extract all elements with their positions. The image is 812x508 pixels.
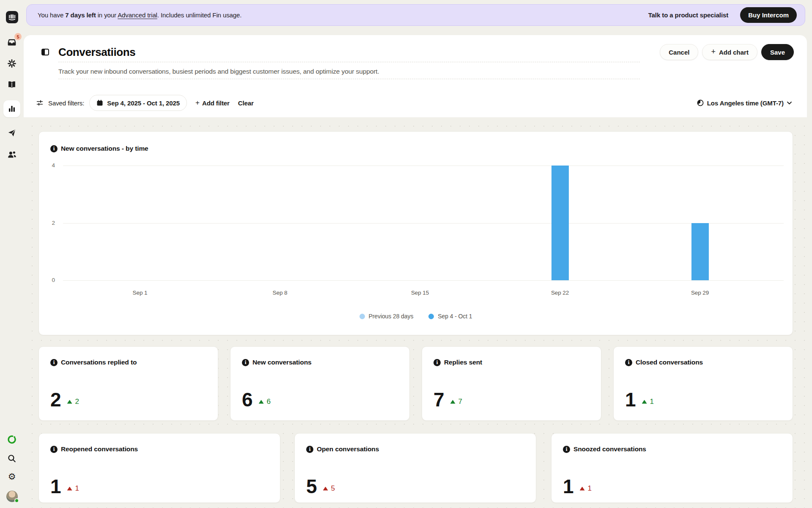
x-axis-tick-label: Sep 8: [261, 290, 299, 296]
metric-title: Replies sent: [444, 359, 482, 366]
legend-item: Sep 4 - Oct 1: [428, 313, 472, 320]
bar-Sep 22: [551, 166, 569, 280]
report-description[interactable]: Track your new inbound conversations, bu…: [58, 68, 379, 75]
trend-up-icon: [450, 400, 455, 404]
add-chart-button[interactable]: +Add chart: [702, 44, 757, 60]
legend-item: Previous 28 days: [359, 313, 414, 320]
info-icon[interactable]: i: [563, 446, 570, 453]
metric-delta: 1: [580, 484, 592, 493]
trend-up-icon: [67, 400, 72, 404]
chart-legend: Previous 28 daysSep 4 - Oct 1: [39, 313, 793, 320]
x-axis-tick-label: Sep 22: [541, 290, 579, 296]
legend-swatch: [428, 314, 434, 319]
info-icon[interactable]: i: [625, 359, 632, 366]
metric-delta: 6: [259, 398, 271, 406]
delta-value: 1: [650, 398, 654, 406]
report-canvas: i New conversations - by time 024Sep 1Se…: [24, 117, 807, 508]
metric-title: Reopened conversations: [61, 445, 138, 453]
sidebar-item-outbound[interactable]: [4, 127, 20, 138]
metric-title: Closed conversations: [636, 359, 703, 366]
metric-value: 1: [50, 477, 61, 496]
sidebar-item-fin-ai[interactable]: [4, 58, 20, 69]
date-range-filter[interactable]: Sep 4, 2025 - Oct 1, 2025: [89, 95, 187, 111]
add-filter-button[interactable]: +Add filter: [195, 99, 230, 107]
metric-title: Open conversations: [317, 445, 379, 453]
filter-bar: Saved filters: Sep 4, 2025 - Oct 1, 2025…: [36, 95, 792, 111]
metric-value: 5: [306, 477, 317, 496]
title-edit-underline: [58, 62, 640, 62]
legend-label: Sep 4 - Oct 1: [438, 313, 472, 320]
metric-card-new-conversations: iNew conversations66: [230, 346, 410, 421]
page-title[interactable]: Conversatiions: [58, 46, 135, 59]
collapse-sidebar-icon[interactable]: [41, 49, 49, 55]
metric-title: Conversations replied to: [61, 359, 137, 366]
metric-delta: 1: [67, 484, 79, 493]
delta-value: 7: [458, 398, 462, 406]
metric-card-reopened-conversations: iReopened conversations11: [38, 433, 280, 503]
intercom-logo[interactable]: [6, 11, 18, 23]
plus-icon: +: [711, 47, 716, 56]
settings-gear-icon[interactable]: ⚙: [8, 472, 16, 481]
clear-filters-button[interactable]: Clear: [238, 99, 254, 107]
delta-value: 6: [267, 398, 271, 406]
report-header: Conversatiions Cancel +Add chart Save Tr…: [24, 35, 807, 117]
online-status-dot: [14, 498, 19, 503]
delta-value: 1: [75, 484, 79, 493]
metric-card-closed-conversations: iClosed conversations11: [613, 346, 793, 421]
whats-new-icon[interactable]: [7, 434, 17, 444]
inbox-badge: 5: [14, 33, 22, 40]
timezone-picker[interactable]: Los Angeles time (GMT-7): [697, 99, 792, 107]
legend-swatch: [359, 314, 365, 319]
bar-chart: 024Sep 1Sep 8Sep 15Sep 22Sep 29: [39, 132, 793, 335]
info-icon[interactable]: i: [433, 359, 441, 366]
advanced-trial-link[interactable]: Advanced trial: [118, 11, 157, 19]
save-button[interactable]: Save: [761, 44, 794, 60]
delta-value: 2: [75, 398, 79, 406]
talk-to-specialist-link[interactable]: Talk to a product specialist: [648, 11, 728, 19]
y-axis-tick-label: 0: [41, 277, 55, 283]
sidebar-item-knowledge[interactable]: [4, 79, 20, 90]
trend-up-icon: [323, 487, 328, 491]
buy-intercom-button[interactable]: Buy Intercom: [740, 7, 797, 23]
metric-card-replies-sent: iReplies sent77: [422, 346, 601, 421]
metric-value: 6: [242, 390, 252, 409]
sidebar-item-reports[interactable]: [3, 100, 20, 117]
trend-up-icon: [642, 400, 647, 404]
info-icon[interactable]: i: [50, 359, 58, 366]
metric-delta: 5: [323, 484, 335, 493]
info-icon[interactable]: i: [50, 446, 58, 453]
gridline: [63, 280, 784, 281]
info-icon[interactable]: i: [306, 446, 313, 453]
sidebar-item-inbox[interactable]: 5: [4, 37, 20, 48]
calendar-icon: [96, 99, 103, 106]
sidebar-item-contacts[interactable]: [4, 149, 20, 160]
metric-value: 7: [433, 390, 444, 409]
trend-up-icon: [580, 487, 585, 491]
main-panel: Conversatiions Cancel +Add chart Save Tr…: [24, 35, 807, 508]
delta-value: 5: [331, 484, 335, 493]
metric-card-open-conversations: iOpen conversations55: [294, 433, 536, 503]
user-avatar[interactable]: [6, 491, 18, 502]
metric-title: New conversations: [252, 359, 312, 366]
metric-delta: 1: [642, 398, 654, 406]
gridline: [63, 223, 784, 224]
saved-filters-icon: [36, 99, 44, 107]
metric-delta: 2: [67, 398, 79, 406]
info-icon[interactable]: i: [242, 359, 249, 366]
metric-value: 1: [563, 477, 573, 496]
y-axis-tick-label: 2: [41, 220, 55, 226]
trend-up-icon: [259, 400, 264, 404]
search-icon[interactable]: [7, 454, 16, 463]
timezone-globe-icon: [697, 99, 704, 106]
x-axis-tick-label: Sep 1: [121, 290, 159, 296]
metric-card-conversations-replied-to: iConversations replied to22: [38, 346, 218, 421]
metric-value: 2: [50, 390, 61, 409]
saved-filters-label: Saved filters:: [48, 99, 84, 107]
trial-message: You have 7 days left in your Advanced tr…: [38, 11, 241, 19]
bar-Sep 29: [691, 223, 709, 281]
plus-icon: +: [195, 99, 200, 107]
cancel-button[interactable]: Cancel: [660, 44, 698, 60]
chart-card-new-conversations: i New conversations - by time 024Sep 1Se…: [38, 131, 793, 335]
metric-card-snoozed-conversations: iSnoozed conversations11: [551, 433, 793, 503]
x-axis-tick-label: Sep 15: [401, 290, 439, 296]
